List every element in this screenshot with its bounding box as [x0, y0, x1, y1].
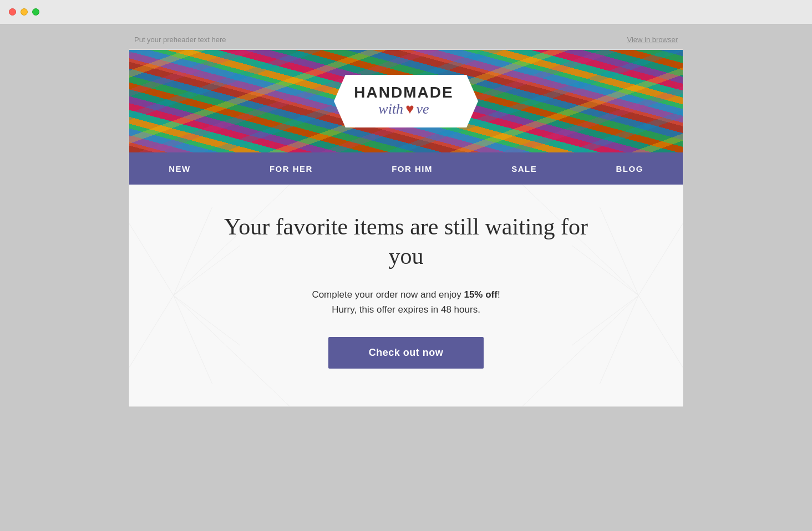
traffic-lights	[9, 8, 39, 16]
email-card: HANDMADE with ♥ ve NEW FOR HER FOR	[129, 49, 683, 407]
content-inner: Your favorite items are still waiting fo…	[174, 212, 638, 369]
discount-text: 15% off	[464, 289, 497, 300]
view-in-browser-link[interactable]: View in browser	[627, 35, 678, 44]
nav-item-blog[interactable]: BLOG	[605, 160, 654, 178]
svg-line-11	[638, 295, 683, 367]
maximize-button[interactable]	[32, 8, 39, 16]
main-headline: Your favorite items are still waiting fo…	[212, 212, 600, 270]
subtext-prefix: Complete your order now and enjoy	[312, 289, 464, 300]
svg-line-3	[129, 295, 174, 367]
svg-line-2	[129, 223, 174, 295]
nav-item-new[interactable]: NEW	[158, 160, 202, 178]
brand-script: with ♥ ve	[349, 100, 458, 118]
content-section: Your favorite items are still waiting fo…	[129, 185, 683, 406]
nav-item-for-him[interactable]: FOR HIM	[380, 160, 444, 178]
logo-badge: HANDMADE with ♥ ve	[334, 75, 478, 127]
subtext-line2: Hurry, this offer expires in 48 hours.	[332, 304, 480, 315]
checkout-button[interactable]: Check out now	[328, 337, 484, 369]
minimize-button[interactable]	[21, 8, 28, 16]
brand-script-love: ve	[417, 100, 429, 118]
subtext-suffix: !	[498, 289, 500, 300]
hero-banner: HANDMADE with ♥ ve	[129, 50, 683, 152]
nav-bar: NEW FOR HER FOR HIM SALE BLOG	[129, 152, 683, 185]
nav-item-sale[interactable]: SALE	[500, 160, 548, 178]
email-wrapper: Put your preheader text here View in bro…	[129, 35, 683, 407]
preheader-text: Put your preheader text here	[134, 35, 226, 44]
brand-name: HANDMADE	[349, 85, 458, 100]
brand-script-text: with	[378, 100, 403, 118]
nav-item-for-her[interactable]: FOR HER	[258, 160, 324, 178]
close-button[interactable]	[9, 8, 16, 16]
title-bar	[0, 0, 812, 24]
heart-icon: ♥	[405, 100, 414, 118]
main-background: Put your preheader text here View in bro…	[0, 24, 812, 531]
preheader-row: Put your preheader text here View in bro…	[129, 35, 683, 49]
sub-text: Complete your order now and enjoy 15% of…	[174, 287, 638, 317]
svg-line-10	[638, 223, 683, 295]
